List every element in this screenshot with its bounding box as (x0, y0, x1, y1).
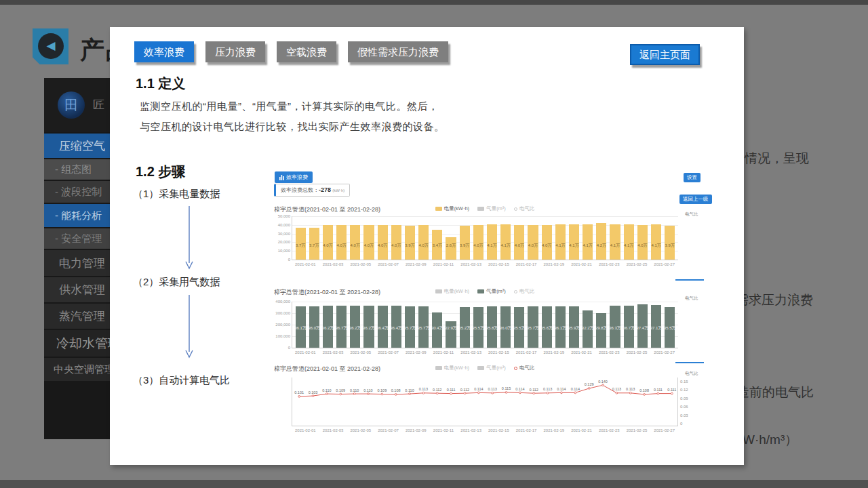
bar-value-label: 35.7万 (527, 325, 539, 331)
top-window-strip (0, 0, 868, 5)
bar-value-label: 4.0万 (364, 243, 374, 249)
bar: 4.1万 (500, 224, 511, 260)
bar: 35.9万 (569, 306, 579, 348)
bar-value-label: 3.9万 (460, 243, 469, 249)
bar-value-label: 35.5万 (664, 325, 676, 331)
tab-空载浪费[interactable]: 空载浪费 (277, 41, 336, 62)
x-tick: 2021-02-15 (485, 350, 513, 354)
bar: 36.1万 (296, 306, 306, 348)
legend-swatch (477, 366, 484, 370)
right-y-tick: 0.09 (680, 396, 688, 401)
bar: 36.2万 (363, 306, 374, 348)
x-tick: 2021-02-25 (623, 428, 651, 432)
svg-text:0.113: 0.113 (488, 387, 496, 391)
x-tick: 2021-02-17 (513, 350, 540, 354)
return-home-button[interactable]: 返回主页面 (630, 44, 700, 65)
sidebar-item[interactable]: - 安全管理 (44, 228, 112, 249)
x-tick: 2021-02-15 (485, 428, 513, 432)
sidebar-item[interactable]: 蒸汽管理 (44, 304, 112, 329)
ratio-line-chart: 0.1010.1030.1100.1090.1100.1100.1090.108… (292, 378, 678, 426)
bar-value-label: 3.4万 (433, 243, 442, 249)
back-icon[interactable]: ◀ (33, 28, 68, 64)
sidebar-item[interactable]: 电力管理 (44, 250, 112, 276)
bar-value-label: 4.1万 (500, 243, 510, 249)
bar: 4.1万 (487, 224, 497, 260)
bar-value-label: 36.0万 (500, 325, 512, 331)
bar: 3.9万 (460, 226, 470, 260)
definition-line-2: 与空压机的设计电气比进行比较，找出实际产生效率浪费的设备。 (140, 121, 445, 134)
chart-settings-button[interactable]: 设置 (684, 173, 701, 182)
x-tick: 2021-02-21 (568, 262, 595, 266)
bar-value-label: 30.4万 (431, 325, 443, 331)
bar: 3.7万 (296, 228, 306, 260)
x-tick: 2021-02-01 (292, 350, 319, 354)
bar: 36.4万 (378, 306, 388, 348)
bar-value-label: 36.7万 (336, 325, 348, 331)
bar-value-label: 4.1万 (583, 243, 593, 249)
right-y-tick: 0.03 (680, 413, 688, 418)
sidebar-item[interactable]: 中央空调管理 (44, 358, 112, 381)
legend-item[interactable]: 电气比 (514, 205, 535, 212)
svg-text:0.111: 0.111 (447, 388, 456, 392)
x-tick: 2021-02-23 (595, 428, 623, 432)
sidebar-item[interactable]: 供水管理 (44, 277, 112, 302)
x-tick: 2021-02-23 (595, 262, 623, 266)
svg-text:0.108: 0.108 (391, 388, 401, 392)
svg-text:0.115: 0.115 (502, 386, 511, 390)
efficiency-waste-badge: 效率浪费 (275, 171, 313, 183)
bar: 36.7万 (336, 306, 347, 348)
legend-item[interactable]: 电气比 (514, 365, 535, 371)
bar: 4.0万 (473, 225, 484, 260)
legend-item[interactable]: 电量(kW·h) (435, 205, 470, 212)
sidebar-brand: 田 匠 (44, 78, 112, 132)
x-tick: 2021-02-21 (568, 350, 595, 354)
bar: 36.0万 (500, 306, 511, 348)
bar: 35.5万 (473, 307, 484, 348)
bar-value-label: 37.1万 (650, 325, 663, 331)
tab-压力浪费[interactable]: 压力浪费 (205, 41, 265, 62)
svg-text:0.129: 0.129 (585, 382, 594, 386)
svg-text:0.140: 0.140 (598, 380, 608, 384)
x-tick: 2021-02-21 (568, 428, 595, 432)
sidebar-item[interactable]: - 能耗分析 (44, 204, 112, 227)
legend-item[interactable]: 电气比 (514, 288, 535, 295)
legend-item[interactable]: 电量(kW·h) (435, 365, 470, 371)
y-axis-label-ratio: 电气比 (685, 296, 698, 302)
sidebar-item[interactable]: 冷却水管理 (44, 330, 112, 357)
step-1: （1）采集电量数据 (133, 188, 220, 201)
tab-假性需求压力浪费[interactable]: 假性需求压力浪费 (348, 41, 448, 62)
legend-item[interactable]: 气量(m³) (477, 288, 506, 295)
bar: 35.5万 (665, 307, 675, 348)
svg-text:0.109: 0.109 (336, 388, 345, 392)
sidebar-item[interactable]: - 波段控制 (44, 181, 112, 203)
sidebar-item[interactable]: - 组态图 (44, 159, 112, 180)
bar: 4.0万 (514, 225, 524, 260)
bar: 36.7万 (624, 306, 634, 348)
y-tick: 50,000 (271, 214, 290, 218)
tab-效率浪费[interactable]: 效率浪费 (134, 41, 194, 62)
right-y-tick: 0.15 (680, 380, 688, 384)
legend-item[interactable]: 气量(m³) (477, 365, 506, 371)
x-tick: 2021-02-03 (319, 262, 347, 266)
bar-value-label: 35.5万 (472, 325, 484, 331)
bar: 36.1万 (555, 306, 566, 348)
legend-item[interactable]: 电量(kW·h) (435, 288, 470, 295)
x-axis-dates: 2021-02-012021-02-032021-02-052021-02-07… (292, 262, 678, 266)
x-tick: 2021-02-01 (292, 428, 319, 432)
back-up-level-button[interactable]: 返回上一级 (679, 195, 712, 204)
brand-logo-icon: 田 (58, 92, 85, 119)
bar: 4.1万 (569, 224, 579, 260)
legend-item[interactable]: 气量(m³) (477, 205, 506, 212)
bar-value-label: 4.1万 (624, 243, 633, 249)
bar: 4.1万 (610, 224, 620, 260)
x-tick: 2021-02-01 (292, 262, 319, 266)
svg-text:0.113: 0.113 (612, 387, 621, 391)
svg-text:0.114: 0.114 (557, 387, 566, 391)
bar: 4.1万 (555, 224, 566, 260)
clipped-text-1: 情况，呈现 (745, 150, 809, 167)
sidebar-item[interactable]: 压缩空气 (44, 134, 112, 158)
bar: 36.2万 (323, 306, 333, 348)
x-tick: 2021-02-03 (319, 428, 347, 432)
right-y-tick: 0 (680, 422, 682, 426)
y-tick: 30,000 (271, 232, 290, 236)
